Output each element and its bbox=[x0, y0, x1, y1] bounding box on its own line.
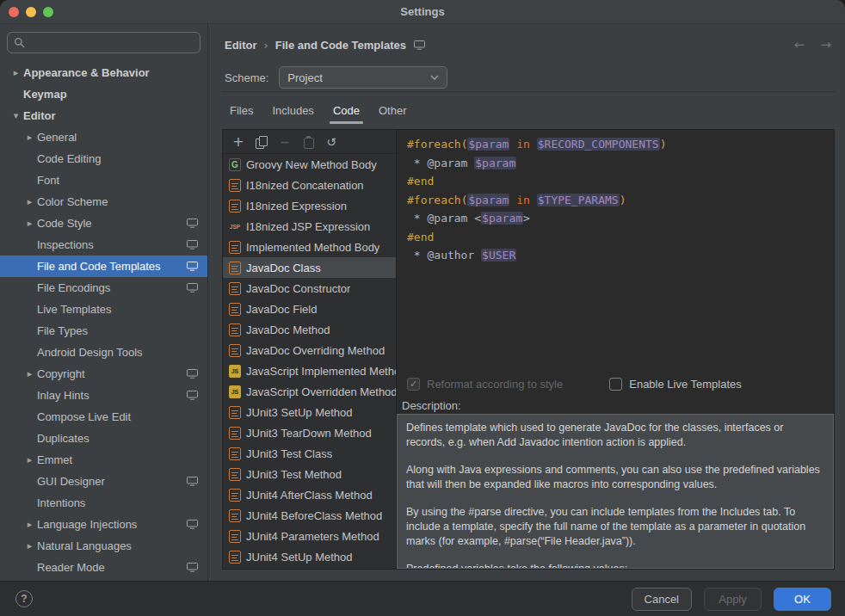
template-list[interactable]: Groovy New Method Body I18nized Concaten… bbox=[223, 154, 396, 569]
template-list-item-i18nized-expression[interactable]: I18nized Expression bbox=[223, 195, 396, 216]
template-type-icon bbox=[229, 200, 241, 213]
template-list-item-junit3-test-method[interactable]: JUnit3 Test Method bbox=[223, 464, 396, 484]
settings-window: Settings Appearance & Behavior bbox=[0, 0, 845, 616]
enable-live-templates-checkbox[interactable]: Enable Live Templates bbox=[609, 378, 742, 391]
tree-item-inspections[interactable]: Inspections bbox=[0, 234, 207, 256]
template-list-item-implemented-method-body[interactable]: Implemented Method Body bbox=[223, 237, 396, 257]
ok-button[interactable]: OK bbox=[774, 588, 831, 611]
tree-item-label: Compose Live Edit bbox=[37, 410, 131, 423]
template-list-item-javadoc-overriding-method[interactable]: JavaDoc Overriding Method bbox=[223, 340, 396, 360]
template-list-item-i18nized-jsp-expression[interactable]: I18nized JSP Expression bbox=[223, 216, 396, 237]
tree-item-intentions[interactable]: Intentions bbox=[0, 492, 207, 514]
template-label: JavaDoc Field bbox=[246, 303, 317, 316]
template-list-item-junit3-setup-method[interactable]: JUnit3 SetUp Method bbox=[223, 402, 396, 422]
template-list-item-junit4-setup-method[interactable]: JUnit4 SetUp Method bbox=[223, 546, 396, 567]
template-list-item-junit3-test-class[interactable]: JUnit3 Test Class bbox=[223, 443, 396, 464]
paste-template-button[interactable] bbox=[299, 133, 318, 151]
settings-search-box[interactable] bbox=[7, 32, 200, 53]
tree-item-label: GUI Designer bbox=[37, 475, 105, 488]
tree-item-general[interactable]: General bbox=[0, 126, 207, 148]
scheme-select[interactable]: Project bbox=[279, 66, 447, 89]
template-type-icon bbox=[229, 509, 241, 522]
template-list-item-javadoc-method[interactable]: JavaDoc Method bbox=[223, 319, 396, 340]
apply-button[interactable]: Apply bbox=[704, 588, 762, 611]
template-list-item-junit3-teardown-method[interactable]: JUnit3 TearDown Method bbox=[223, 422, 396, 443]
checkbox-checked-icon bbox=[407, 378, 420, 391]
tree-item-file-types[interactable]: File Types bbox=[0, 320, 207, 342]
zoom-window-button[interactable] bbox=[43, 7, 53, 17]
tab-includes[interactable]: Includes bbox=[263, 96, 322, 124]
shared-settings-icon bbox=[187, 477, 198, 486]
reformat-checkbox[interactable]: Reformat according to style bbox=[407, 378, 563, 391]
template-list-item-groovy-new-method-body[interactable]: Groovy New Method Body bbox=[223, 154, 396, 175]
tree-item-natural-languages[interactable]: Natural Languages bbox=[0, 535, 207, 557]
checkbox-unchecked-icon bbox=[609, 378, 622, 391]
tree-item-language-injections[interactable]: Language Injections bbox=[0, 514, 207, 535]
tree-item-gui-designer[interactable]: GUI Designer bbox=[0, 471, 207, 492]
settings-search-input[interactable] bbox=[29, 36, 194, 50]
tree-item-reader-mode[interactable]: Reader Mode bbox=[0, 557, 207, 578]
back-button[interactable]: ← bbox=[794, 37, 805, 52]
chevron-icon bbox=[9, 110, 23, 121]
template-label: JUnit4 AfterClass Method bbox=[246, 489, 373, 502]
template-list-panel: Groovy New Method Body I18nized Concaten… bbox=[223, 130, 397, 569]
tree-item-code-style[interactable]: Code Style bbox=[0, 213, 207, 234]
template-list-item-javadoc-field[interactable]: JavaDoc Field bbox=[223, 299, 396, 319]
tree-item-label: Live Templates bbox=[37, 303, 111, 316]
template-type-icon bbox=[229, 427, 241, 440]
minimize-window-button[interactable] bbox=[26, 7, 36, 17]
tree-item-copyright[interactable]: Copyright bbox=[0, 363, 207, 385]
template-type-icon bbox=[229, 220, 241, 233]
template-label: I18nized JSP Expression bbox=[246, 220, 370, 233]
tab-other[interactable]: Other bbox=[370, 96, 416, 124]
template-list-item-junit4-afterclass-method[interactable]: JUnit4 AfterClass Method bbox=[223, 484, 396, 505]
copy-template-button[interactable] bbox=[252, 133, 271, 151]
chevron-icon bbox=[22, 196, 37, 207]
template-list-item-i18nized-concatenation[interactable]: I18nized Concatenation bbox=[223, 175, 396, 195]
description-label: Description: bbox=[397, 397, 834, 414]
tree-item-keymap[interactable]: Keymap bbox=[0, 83, 207, 105]
help-button[interactable]: ? bbox=[15, 590, 33, 607]
tree-item-compose-live-edit[interactable]: Compose Live Edit bbox=[0, 406, 207, 428]
description-box[interactable]: Defines template which used to generate … bbox=[397, 414, 834, 569]
breadcrumb-editor[interactable]: Editor bbox=[225, 39, 257, 52]
tree-item-label: File Encodings bbox=[37, 281, 110, 294]
template-type-icon bbox=[229, 385, 241, 398]
tree-item-android-design-tools[interactable]: Android Design Tools bbox=[0, 342, 207, 363]
close-window-button[interactable] bbox=[9, 7, 19, 17]
template-label: JavaDoc Class bbox=[246, 262, 321, 274]
tree-item-live-templates[interactable]: Live Templates bbox=[0, 299, 207, 320]
template-list-item-junit4-parameters-method[interactable]: JUnit4 Parameters Method bbox=[223, 526, 396, 546]
remove-template-button[interactable] bbox=[275, 133, 294, 151]
tree-item-editor[interactable]: Editor bbox=[0, 105, 207, 126]
tree-item-label: Keymap bbox=[23, 88, 67, 101]
template-tabs: Files Includes Code Other bbox=[221, 96, 415, 124]
template-label: JavaDoc Constructor bbox=[246, 282, 350, 295]
cancel-button[interactable]: Cancel bbox=[632, 588, 692, 611]
tree-item-font[interactable]: Font bbox=[0, 169, 207, 191]
template-list-item-javascript-overridden-method-body[interactable]: JavaScript Overridden Method Body bbox=[223, 381, 396, 402]
tab-label: Files bbox=[230, 104, 253, 117]
tree-item-appearance-behavior[interactable]: Appearance & Behavior bbox=[0, 62, 207, 83]
tab-files[interactable]: Files bbox=[221, 96, 262, 124]
tree-item-code-editing[interactable]: Code Editing bbox=[0, 148, 207, 169]
template-list-item-junit4-beforeclass-method[interactable]: JUnit4 BeforeClass Method bbox=[223, 505, 396, 526]
tree-item-file-and-code-templates[interactable]: File and Code Templates bbox=[0, 256, 207, 277]
tab-code[interactable]: Code bbox=[324, 96, 368, 124]
chevron-icon bbox=[22, 454, 37, 465]
template-list-item-javadoc-class[interactable]: JavaDoc Class bbox=[223, 257, 396, 278]
tree-item-color-scheme[interactable]: Color Scheme bbox=[0, 191, 207, 213]
forward-button[interactable]: → bbox=[820, 37, 831, 52]
tree-item-inlay-hints[interactable]: Inlay Hints bbox=[0, 385, 207, 406]
template-code-editor[interactable]: #foreach($param in $RECORD_COMPONENTS) *… bbox=[397, 130, 834, 371]
template-label: I18nized Expression bbox=[246, 200, 347, 213]
add-template-button[interactable] bbox=[229, 133, 248, 151]
template-list-item-javadoc-constructor[interactable]: JavaDoc Constructor bbox=[223, 278, 396, 299]
template-list-item-javascript-implemented-method-body[interactable]: JavaScript Implemented Method Body bbox=[223, 360, 396, 381]
tree-item-file-encodings[interactable]: File Encodings bbox=[0, 277, 207, 299]
tree-item-label: Reader Mode bbox=[37, 561, 105, 574]
template-editor-panel: #foreach($param in $RECORD_COMPONENTS) *… bbox=[397, 130, 834, 569]
tree-item-emmet[interactable]: Emmet bbox=[0, 449, 207, 471]
tree-item-duplicates[interactable]: Duplicates bbox=[0, 428, 207, 449]
reset-to-default-button[interactable] bbox=[322, 133, 341, 151]
